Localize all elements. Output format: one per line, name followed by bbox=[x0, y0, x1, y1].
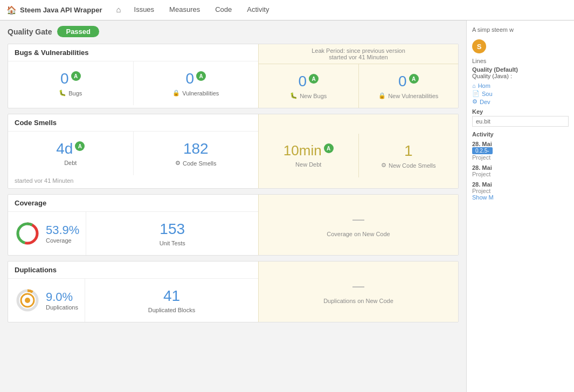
bugs-value: 0 bbox=[60, 70, 69, 87]
dup-pct-value: 9.0% bbox=[46, 290, 78, 304]
sou-link-icon: 📄 bbox=[472, 90, 480, 97]
bugs-metric: 0 A 🐛 Bugs bbox=[8, 61, 134, 105]
vulnerabilities-icon: 🔒 bbox=[172, 90, 180, 97]
activity-desc-1: Project bbox=[472, 154, 569, 161]
vulnerabilities-metric: 0 A 🔒 Vulnerabilities bbox=[134, 61, 259, 105]
new-debt-grade: A bbox=[324, 143, 334, 153]
key-label: Key bbox=[472, 108, 569, 115]
nav-code[interactable]: Code bbox=[208, 0, 239, 20]
quality-gate-label: Quality Gate bbox=[8, 27, 52, 36]
bugs-grade: A bbox=[71, 71, 81, 81]
sidebar-link-home[interactable]: ⌂ Hom bbox=[472, 82, 569, 89]
new-debt-value: 10min bbox=[283, 142, 322, 159]
dup-label: Duplications bbox=[46, 304, 78, 311]
activity-item-3: 28. Mai Project Show M bbox=[472, 181, 569, 201]
coverage-label: Coverage bbox=[46, 237, 79, 244]
nav-activity[interactable]: Activity bbox=[239, 0, 276, 20]
activity-date-2: 28. Mai bbox=[472, 164, 569, 171]
code-smells-section: Code Smells 4d A Debt 182 bbox=[8, 114, 459, 189]
activity-date-1: 28. Mai bbox=[472, 141, 569, 147]
app-icon: 🏠 bbox=[6, 5, 17, 15]
sidebar-quality-java: Quality (Java) : bbox=[472, 73, 569, 79]
duplications-title: Duplications bbox=[8, 262, 258, 279]
new-vulnerabilities-metric: 0 A 🔒 New Vulnerabilities bbox=[359, 64, 459, 108]
duplications-section: Duplications 9.0% Duplications bbox=[8, 261, 459, 322]
code-smells-count-icon: ⚙ bbox=[175, 160, 181, 167]
activity-date-3: 28. Mai bbox=[472, 181, 569, 188]
coverage-section: Coverage 53.9% Coverage bbox=[8, 194, 459, 256]
dup-new-code-label: Duplications on New Code bbox=[323, 298, 393, 304]
nav-home[interactable]: ⌂ bbox=[110, 0, 126, 20]
dup-blocks-metric: 41 Duplicated Blocks bbox=[85, 279, 258, 322]
activity-desc-2: Project bbox=[472, 171, 569, 177]
activity-item-1: 28. Mai 0.2.5- Project bbox=[472, 141, 569, 161]
debt-metric: 4d A Debt bbox=[8, 132, 134, 175]
home-link-icon: ⌂ bbox=[472, 82, 476, 89]
sidebar-avatar: S bbox=[472, 39, 486, 53]
coverage-circle-metric: 53.9% Coverage bbox=[8, 212, 86, 255]
debt-grade: A bbox=[75, 141, 85, 151]
new-bugs-metric: 0 A 🐛 New Bugs bbox=[259, 64, 359, 108]
activity-desc-3: Project bbox=[472, 188, 569, 194]
vulnerabilities-value: 0 bbox=[185, 70, 194, 87]
dev-link-icon: ⚙ bbox=[472, 98, 478, 105]
sidebar-quality-default: Quality (Default) bbox=[472, 66, 569, 73]
leak-period-header: Leak Period: since previous version star… bbox=[259, 44, 458, 64]
coverage-pct-value: 53.9% bbox=[46, 223, 79, 237]
bugs-vulnerabilities-section: Bugs & Vulnerabilities 0 A 🐛 Bugs bbox=[8, 44, 459, 108]
new-bugs-grade: A bbox=[309, 74, 319, 84]
new-debt-metric: 10min A New Debt bbox=[259, 134, 359, 177]
coverage-new-code-label: Coverage on New Code bbox=[327, 231, 390, 237]
activity-label: Activity bbox=[472, 131, 569, 137]
dup-donut bbox=[15, 287, 40, 313]
new-code-smells-value: 1 bbox=[404, 142, 413, 160]
sidebar-description: A simp steem w bbox=[472, 26, 569, 34]
code-smells-count-metric: 182 ⚙ Code Smells bbox=[134, 132, 259, 175]
code-smells-title: Code Smells bbox=[8, 114, 258, 132]
new-vulnerabilities-grade: A bbox=[409, 74, 419, 84]
bugs-vulnerabilities-title: Bugs & Vulnerabilities bbox=[8, 44, 258, 61]
debt-value: 4d bbox=[56, 140, 73, 157]
sidebar-lines-label: Lines bbox=[472, 58, 569, 64]
app-title: 🏠 Steem Java API Wrapper bbox=[6, 5, 102, 15]
dup-new-code-dash: — bbox=[352, 279, 364, 293]
dup-blocks-label: Duplicated Blocks bbox=[148, 307, 195, 313]
svg-point-6 bbox=[25, 298, 30, 303]
new-bugs-icon: 🐛 bbox=[290, 92, 298, 99]
bugs-icon: 🐛 bbox=[59, 90, 66, 97]
coverage-new-code-dash: — bbox=[352, 212, 364, 226]
coverage-title: Coverage bbox=[8, 195, 258, 212]
quality-gate-status: Passed bbox=[57, 26, 99, 37]
show-more-link[interactable]: Show M bbox=[472, 194, 569, 201]
new-vulnerabilities-icon: 🔒 bbox=[378, 92, 386, 99]
activity-badge-1: 0.2.5- bbox=[472, 147, 493, 154]
code-smells-started: started vor 41 Minuten bbox=[8, 175, 258, 188]
sidebar-link-sou[interactable]: 📄 Sou bbox=[472, 90, 569, 97]
sidebar-link-dev[interactable]: ⚙ Dev bbox=[472, 98, 569, 105]
dup-blocks-value: 41 bbox=[163, 287, 180, 305]
nav-issues[interactable]: Issues bbox=[127, 0, 162, 20]
nav-measures[interactable]: Measures bbox=[162, 0, 208, 20]
coverage-donut bbox=[15, 221, 40, 246]
code-smells-count-value: 182 bbox=[183, 140, 209, 157]
new-code-smells-icon: ⚙ bbox=[381, 162, 386, 169]
vulnerabilities-grade: A bbox=[196, 71, 206, 81]
activity-item-2: 28. Mai Project bbox=[472, 164, 569, 177]
key-input[interactable] bbox=[472, 116, 569, 127]
new-code-smells-metric: 1 ⚙ New Code Smells bbox=[359, 134, 459, 177]
new-vulnerabilities-value: 0 bbox=[398, 73, 407, 90]
unit-tests-metric: 153 Unit Tests bbox=[86, 212, 258, 255]
unit-tests-label: Unit Tests bbox=[160, 240, 185, 246]
unit-tests-value: 153 bbox=[160, 221, 185, 238]
dup-circle-metric: 9.0% Duplications bbox=[8, 279, 85, 322]
new-bugs-value: 0 bbox=[298, 73, 307, 90]
